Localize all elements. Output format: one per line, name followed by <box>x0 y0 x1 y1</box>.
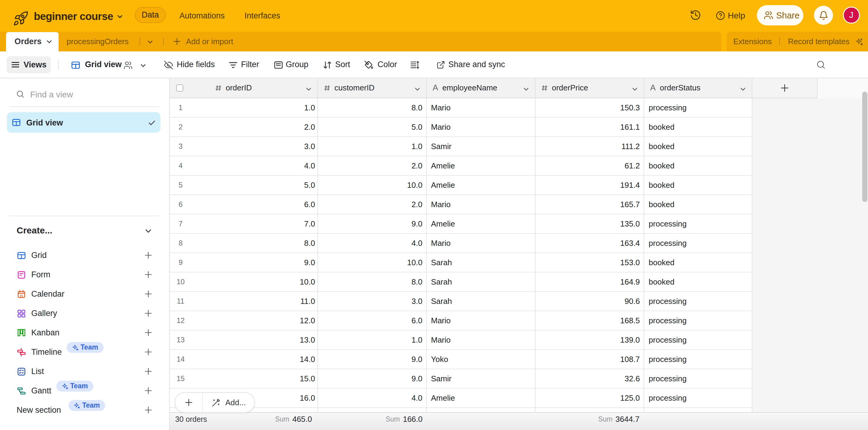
svg-text:31: 31 <box>20 294 23 297</box>
